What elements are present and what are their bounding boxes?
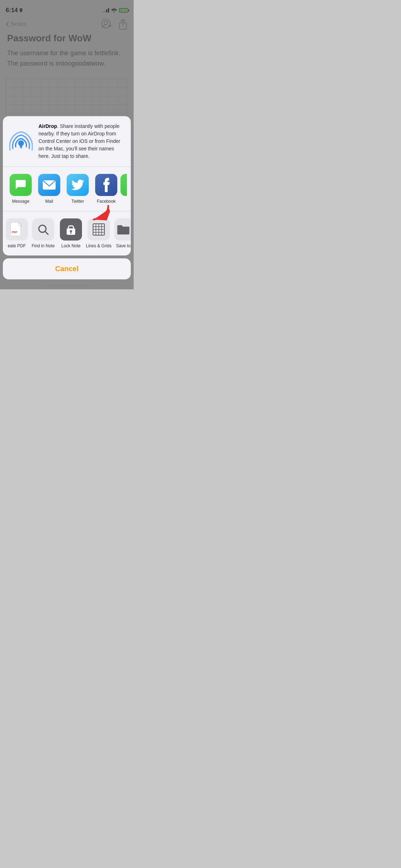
action-item-lock-note[interactable]: Lock Note (57, 218, 85, 248)
mail-icon (38, 174, 60, 196)
action-item-create-pdf[interactable]: PDF eate PDF (4, 218, 29, 248)
airdrop-description: AirDrop. Share instantly with people nea… (38, 123, 125, 160)
action-label-lines-grids: Lines & Grids (86, 243, 112, 248)
actions-row-wrapper: PDF eate PDF Find in Note (3, 211, 131, 255)
twitter-icon (67, 174, 89, 196)
svg-line-12 (45, 232, 48, 234)
home-indicator (43, 285, 91, 286)
lock-icon-box (60, 218, 82, 241)
share-card: AirDrop. Share instantly with people nea… (3, 116, 131, 255)
app-row: Message Mail Twitter (3, 167, 131, 211)
airdrop-title: AirDrop (38, 123, 57, 129)
app-label-mail: Mail (45, 199, 53, 204)
app-label-twitter: Twitter (71, 199, 84, 204)
folder-icon (114, 218, 131, 241)
action-item-find-in-note[interactable]: Find in Note (29, 218, 57, 248)
app-item-mail[interactable]: Mail (35, 174, 63, 204)
action-label-save-to: Save to (116, 243, 131, 248)
app-label-message: Message (12, 199, 30, 204)
message-icon (10, 174, 32, 196)
airdrop-section: AirDrop. Share instantly with people nea… (3, 116, 131, 167)
airdrop-icon (9, 129, 34, 154)
pdf-icon: PDF (6, 218, 28, 241)
action-label-lock: Lock Note (61, 243, 81, 248)
cancel-button[interactable]: Cancel (3, 265, 131, 273)
svg-text:PDF: PDF (12, 231, 17, 234)
cancel-card: Cancel (3, 258, 131, 279)
facebook-icon (95, 174, 117, 196)
svg-rect-9 (11, 222, 21, 236)
svg-point-6 (18, 140, 24, 146)
actions-row: PDF eate PDF Find in Note (3, 211, 131, 255)
action-item-save-to[interactable]: Save to (113, 218, 131, 248)
share-sheet: AirDrop. Share instantly with people nea… (0, 116, 134, 289)
action-label-find: Find in Note (32, 243, 55, 248)
app-item-partial (120, 174, 127, 204)
action-label-pdf: eate PDF (8, 243, 26, 248)
app-item-message[interactable]: Message (6, 174, 35, 204)
find-icon (32, 218, 54, 241)
